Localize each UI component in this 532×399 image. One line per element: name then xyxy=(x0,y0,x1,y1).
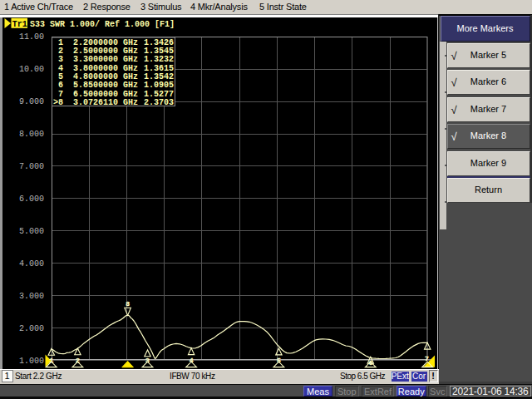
svg-text:3.000: 3.000 xyxy=(19,292,44,301)
svg-text:5.000: 5.000 xyxy=(19,227,44,236)
svg-text:7.000: 7.000 xyxy=(19,162,44,171)
svg-text:S33 SWR 1.000/ Ref 1.000 [F1]: S33 SWR 1.000/ Ref 1.000 [F1] xyxy=(30,20,175,29)
svg-text:7: 7 xyxy=(425,355,429,362)
svg-text:10.00: 10.00 xyxy=(19,65,44,74)
svg-text:9.000: 9.000 xyxy=(19,97,44,106)
svg-text:>8: >8 xyxy=(53,98,63,107)
svg-text:11.00: 11.00 xyxy=(19,32,44,42)
svg-text:2.3703: 2.3703 xyxy=(144,98,174,107)
svg-text:6.000: 6.000 xyxy=(19,195,44,204)
svg-text:1.000: 1.000 xyxy=(19,357,44,366)
svg-text:3.0726110 GHz: 3.0726110 GHz xyxy=(73,98,138,107)
svg-text:2.000: 2.000 xyxy=(19,324,44,333)
svg-text:Tr1: Tr1 xyxy=(12,20,27,29)
svg-text:4.000: 4.000 xyxy=(19,259,44,268)
svg-text:8.000: 8.000 xyxy=(19,130,44,139)
svg-text:8: 8 xyxy=(126,300,130,308)
